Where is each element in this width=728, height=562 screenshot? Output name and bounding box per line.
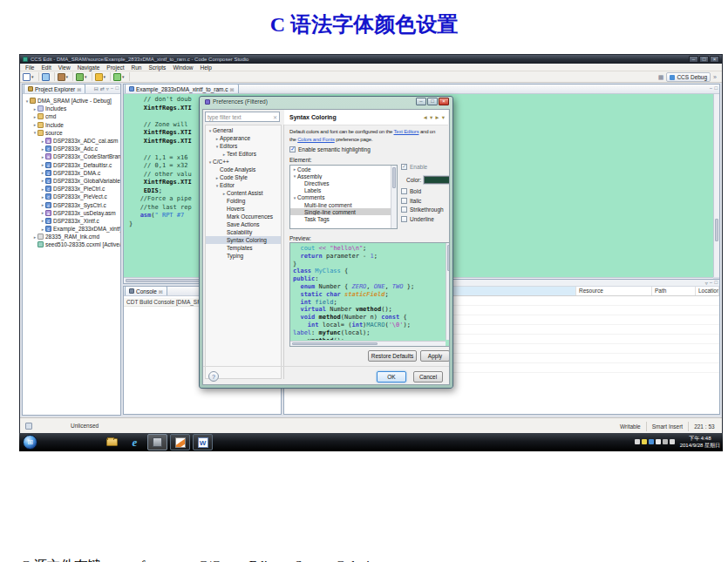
menu-run[interactable]: Run [128, 64, 146, 71]
checkbox-icon[interactable] [401, 164, 407, 170]
project-tree-item[interactable]: ▸cDSP2833x_PieVect.c [23, 193, 120, 200]
pref-tree-item[interactable]: ▸Appearance [206, 134, 281, 142]
preview-horizontal-scrollbar[interactable] [290, 341, 446, 346]
pref-tree-item[interactable]: ▸Code Style [206, 173, 281, 181]
element-item[interactable]: Single-line comment [290, 208, 391, 215]
tray-shield-icon[interactable] [649, 439, 654, 444]
perspective-grid-icon[interactable]: ▦ [658, 74, 664, 81]
bold-checkbox[interactable]: Bold [401, 188, 444, 194]
pref-tree-item[interactable]: Save Actions [206, 220, 281, 228]
apply-button[interactable]: Apply [420, 350, 450, 362]
toolbar-debug-button[interactable]: ▾ [76, 73, 87, 81]
project-tree-item[interactable]: ▸cExample_2833xDMA_xintf_to_ra [23, 225, 120, 233]
pref-tree-item[interactable]: Hovers [206, 205, 281, 213]
window-title-bar[interactable]: CCS Edit - DMA_SRAM/source/Example_2833x… [20, 55, 722, 64]
column-header[interactable]: Resource [576, 287, 652, 295]
underline-checkbox[interactable]: Underline [401, 216, 444, 222]
project-tree-item[interactable]: ▸cDSP2833x_GlobalVariableDefs.c [23, 177, 120, 185]
dialog-minimize-button[interactable]: – [416, 98, 426, 105]
pref-tree-item[interactable]: ▸Text Editors [206, 150, 281, 158]
project-tree-item[interactable]: ▸aDSP2833x_usDelay.asm [23, 209, 120, 217]
checkbox-icon[interactable] [401, 216, 407, 222]
pref-tree-item[interactable]: Folding [206, 197, 281, 205]
tab-project-explorer[interactable]: Project Explorer ⊠ [24, 84, 85, 93]
view-menu-icon[interactable]: ▿ [106, 85, 109, 91]
dialog-title-bar[interactable]: Preferences (Filtered) [205, 98, 268, 105]
project-tree-item[interactable]: seed510-28335.ccxml [Active/Defa [23, 240, 120, 248]
pref-tree-item[interactable]: Templates [206, 244, 281, 252]
forward-icon[interactable]: ► [434, 114, 439, 121]
pref-tree-item[interactable]: Scalability [206, 228, 281, 236]
back-icon[interactable]: ◄ [423, 114, 428, 121]
taskbar-internet-explorer-button[interactable]: e [125, 434, 145, 450]
italic-checkbox[interactable]: Italic [401, 198, 444, 204]
filter-input[interactable]: type filter text ✕ [205, 112, 280, 122]
restore-defaults-button[interactable]: Restore Defaults [368, 350, 417, 362]
minimize-button[interactable]: – [689, 56, 698, 63]
pref-tree-item[interactable]: ▸Content Assist [206, 189, 281, 197]
menu-window[interactable]: Window [169, 64, 196, 71]
maximize-icon[interactable]: □ [714, 280, 718, 286]
checkbox-icon[interactable] [289, 146, 296, 152]
toolbar-build-button[interactable]: ▾ [58, 73, 69, 81]
element-item[interactable]: Labels [290, 187, 391, 194]
menu-navigate[interactable]: Navigate [74, 64, 104, 71]
menu-project[interactable]: Project [103, 64, 127, 71]
close-button[interactable]: × [710, 56, 719, 63]
strikethrough-checkbox[interactable]: Strikethrough [401, 207, 444, 213]
dropdown-icon[interactable]: ▾ [442, 114, 445, 121]
project-tree-item[interactable]: ▸Includes [23, 105, 120, 112]
element-item[interactable]: ▾Comments [290, 194, 391, 201]
project-tree-item[interactable]: ▸aDSP2833x_CodeStartBranch.asm [23, 152, 120, 160]
link-editor-icon[interactable]: ⇄ [100, 85, 105, 91]
tab-console[interactable]: Console ⊠ [125, 286, 167, 295]
cancel-button[interactable]: Cancel [413, 371, 443, 383]
minimize-icon[interactable]: − [710, 280, 713, 286]
enable-checkbox[interactable]: Enable [401, 164, 427, 170]
project-tree-item[interactable]: ▾source [23, 129, 120, 137]
collapse-all-icon[interactable]: ⊟ [94, 85, 99, 91]
pref-tree-item[interactable]: Typing [206, 252, 281, 260]
minimize-icon[interactable]: − [111, 85, 114, 91]
help-button[interactable]: ? [208, 371, 219, 382]
project-tree-item[interactable]: ▸cDSP2833x_Adc.c [23, 145, 120, 152]
menu-scripts[interactable]: Scripts [146, 64, 170, 71]
project-tree-item[interactable]: ▸cmd [23, 112, 120, 120]
minimize-icon[interactable]: − [710, 85, 713, 91]
preview-vertical-scrollbar[interactable] [446, 243, 450, 340]
taskbar-ccs-button[interactable] [147, 434, 167, 450]
dialog-maximize-button[interactable]: □ [427, 98, 438, 105]
element-item[interactable]: Task Tags [290, 215, 391, 222]
column-header[interactable]: Location [696, 287, 719, 295]
project-tree-item[interactable]: ▸aDSP2833x_ADC_cal.asm [23, 137, 120, 145]
toolbar-flash-button[interactable]: ▾ [95, 73, 106, 81]
pref-tree-item[interactable]: ▾Editor [206, 181, 281, 189]
element-item[interactable]: ▸Code [290, 166, 391, 173]
project-tree-item[interactable]: ▾DMA_SRAM [Active - Debug] [23, 97, 120, 105]
pref-tree-item[interactable]: Mark Occurrences [206, 213, 281, 220]
scrollbar-thumb[interactable] [392, 167, 396, 188]
column-header[interactable]: Path [652, 287, 696, 295]
semantic-highlighting-checkbox[interactable]: Enable semantic highlighting [289, 146, 371, 152]
element-item[interactable]: Multi-line comment [290, 201, 391, 208]
preference-link[interactable]: Text Editors [394, 129, 419, 134]
perspective-ccs-debug[interactable]: CCS Debug [666, 72, 711, 82]
tray-network-icon[interactable] [656, 439, 661, 444]
dialog-close-button[interactable]: × [439, 98, 449, 105]
menu-help[interactable]: Help [197, 64, 215, 71]
project-tree-item[interactable]: ▸Include [23, 121, 120, 129]
element-item[interactable]: Directives [290, 179, 391, 186]
clear-filter-icon[interactable]: ✕ [273, 114, 277, 120]
preference-link[interactable]: Colors and Fonts [297, 137, 335, 142]
color-swatch[interactable] [424, 176, 450, 184]
maximize-icon[interactable]: □ [714, 85, 718, 91]
pref-tree-item[interactable]: ▾C/C++ [206, 158, 281, 166]
project-tree-item[interactable]: ▸cDSP2833x_DMA.c [23, 169, 120, 177]
project-tree-item[interactable]: ▸cDSP2833x_SysCtrl.c [23, 200, 120, 208]
tray-volume-icon[interactable] [670, 439, 675, 444]
tab-editor-file[interactable]: Example_2833xDMA_xintf_to_ram.c ⊠ [125, 84, 239, 93]
project-tree-item[interactable]: ▸cDSP2833x_DefaultIsr.c [23, 161, 120, 169]
scrollbar-thumb[interactable] [292, 342, 378, 345]
close-tab-icon[interactable]: ⊠ [230, 86, 235, 92]
view-menu-icon[interactable]: ▿ [705, 280, 708, 286]
